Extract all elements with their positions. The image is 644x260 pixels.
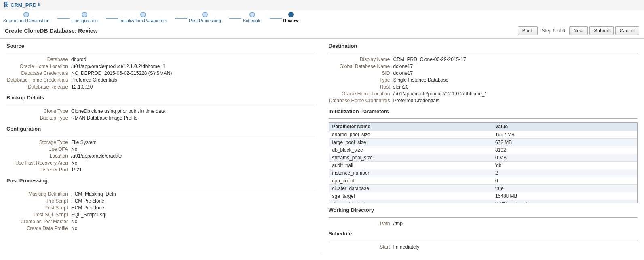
backup-divider (6, 105, 315, 105)
field-create-data-profile: Create Data Profile No (6, 226, 315, 231)
step-circle (249, 12, 255, 17)
table-row: cpu_count0 (329, 177, 638, 185)
field-global-db-name: Global Database Name dclone17 (329, 63, 638, 69)
field-value: Immediately (393, 244, 420, 250)
field-value: NC_DBPROD_2015-06-02-015228 (SYSMAN) (71, 70, 172, 76)
field-value: 1521 (71, 167, 82, 173)
field-value: Single Instance Database (393, 77, 449, 83)
field-label: Database Credentials (6, 70, 71, 76)
field-label: SID (329, 70, 393, 76)
field-label: Post SQL Script (6, 212, 71, 218)
field-label: Pre Script (6, 198, 71, 204)
col-param-name: Parameter Name (329, 123, 492, 131)
step-schedule[interactable]: Schedule (243, 12, 262, 23)
destination-divider (329, 53, 638, 53)
field-type: Type Single Instance Database (329, 77, 638, 83)
param-name-cell: large_pool_size (329, 139, 492, 146)
step-circle (82, 12, 87, 17)
app-title: 🗄 CRM_PRD ℹ (3, 2, 40, 8)
params-tbody: shared_pool_size1952 MBlarge_pool_size67… (329, 131, 638, 203)
step-circle (140, 12, 146, 17)
param-value-cell: 1952 MB (492, 131, 637, 139)
field-value: /tmp (393, 221, 403, 226)
field-listener-port: Listener Port 1521 (6, 167, 315, 173)
field-value: dclone17 (393, 70, 413, 76)
step-configuration[interactable]: Configuration (71, 12, 97, 23)
param-name-cell: shared_pool_size (329, 131, 492, 139)
field-label: Location (6, 153, 71, 159)
step-source-destination[interactable]: Source and Destination (3, 12, 49, 23)
field-db-home-credentials: Database Home Credentials Preferred Cred… (6, 77, 315, 83)
top-bar: 🗄 CRM_PRD ℹ (0, 0, 644, 10)
left-panel: Source Database dbprod Oracle Home Locat… (0, 39, 322, 255)
table-row: sga_target15488 MB (329, 192, 638, 200)
field-db-credentials: Database Credentials NC_DBPROD_2015-06-0… (6, 70, 315, 76)
param-name-cell: sga_target (329, 192, 492, 200)
field-value: SQL_Script1.sql (71, 212, 106, 218)
step-post-processing[interactable]: Post Processing (189, 12, 221, 23)
field-label: Masking Definition (6, 191, 71, 197)
field-label: Host (329, 84, 393, 90)
field-value: HCM_Masking_Defn (71, 191, 116, 197)
content-area: Source Database dbprod Oracle Home Locat… (0, 39, 644, 255)
param-value-cell: 15488 MB (492, 192, 637, 200)
field-sid: SID dclone17 (329, 70, 638, 76)
cancel-button[interactable]: Cancel (615, 26, 639, 35)
step-connector (229, 18, 241, 19)
step-circle (202, 12, 208, 17)
field-oracle-home-location: Oracle Home Location /u01/app/oracle/pro… (6, 63, 315, 69)
step-connector (57, 18, 70, 19)
step-circle (23, 12, 29, 17)
submit-button[interactable]: Submit (589, 26, 613, 35)
working-dir-divider (329, 217, 638, 218)
table-row: shared_pool_size1952 MB (329, 131, 638, 139)
destination-section-title: Destination (329, 43, 638, 51)
param-value-cell: 672 MB (492, 139, 637, 146)
field-value: dclone17 (393, 63, 413, 69)
field-label: Display Name (329, 57, 393, 62)
field-value: No (71, 146, 77, 152)
backup-section-title: Backup Details (6, 95, 315, 102)
param-value-cell: 2 (492, 169, 637, 177)
field-label: Database (6, 57, 71, 62)
source-section-title: Source (6, 43, 315, 51)
table-row: audit_trail'db' (329, 162, 638, 169)
param-name-cell: streams_pool_size (329, 154, 492, 162)
back-button[interactable]: Back (518, 26, 538, 35)
param-name-cell: cluster_database (329, 185, 492, 192)
field-path: Path /tmp (329, 221, 638, 226)
field-label: Database Home Credentials (6, 77, 71, 83)
init-params-table-wrapper[interactable]: Parameter Name Value shared_pool_size195… (329, 122, 638, 203)
field-value: RMAN Database Image Profile (71, 115, 137, 121)
field-value: CRM_PRD_Clone-06-29-2015-17 (393, 57, 466, 62)
init-params-table: Parameter Name Value shared_pool_size195… (329, 123, 638, 203)
param-value-cell: '/u01/app/oracle' (492, 200, 637, 203)
backup-fields: Clone Type CloneDb clone using prior poi… (6, 108, 315, 121)
field-fast-recovery-area: Use Fast Recovery Area No (6, 160, 315, 166)
field-label: Type (329, 77, 393, 83)
table-row: diagnostic_dest'/u01/app/oracle' (329, 200, 638, 203)
init-params-divider (329, 118, 638, 119)
field-masking-definition: Masking Definition HCM_Masking_Defn (6, 191, 315, 197)
field-label: Post Script (6, 205, 71, 211)
next-button[interactable]: Next (569, 26, 588, 35)
param-value-cell: 8192 (492, 146, 637, 154)
param-value-cell: 'db' (492, 162, 637, 169)
table-row: streams_pool_size0 MB (329, 154, 638, 162)
page-header: Create CloneDB Database: Review Back Ste… (0, 23, 644, 39)
step-connector (106, 18, 118, 19)
config-divider (6, 136, 315, 136)
field-label: Database Home Credentials (329, 98, 393, 104)
field-display-name: Display Name CRM_PRD_Clone-06-29-2015-17 (329, 57, 638, 62)
working-dir-title: Working Directory (329, 207, 638, 215)
param-name-cell: audit_trail (329, 162, 492, 169)
param-value-cell: 0 (492, 177, 637, 185)
param-value-cell: true (492, 185, 637, 192)
step-init-params[interactable]: Initialization Parameters (120, 12, 167, 23)
info-icon[interactable]: ℹ (38, 2, 40, 8)
db-icon: 🗄 (3, 2, 9, 8)
field-storage-type: Storage Type File System (6, 140, 315, 145)
working-directory-section: Working Directory Path /tmp (329, 207, 638, 226)
schedule-section: Schedule Start Immediately (329, 230, 638, 250)
step-review[interactable]: Review (283, 12, 299, 23)
